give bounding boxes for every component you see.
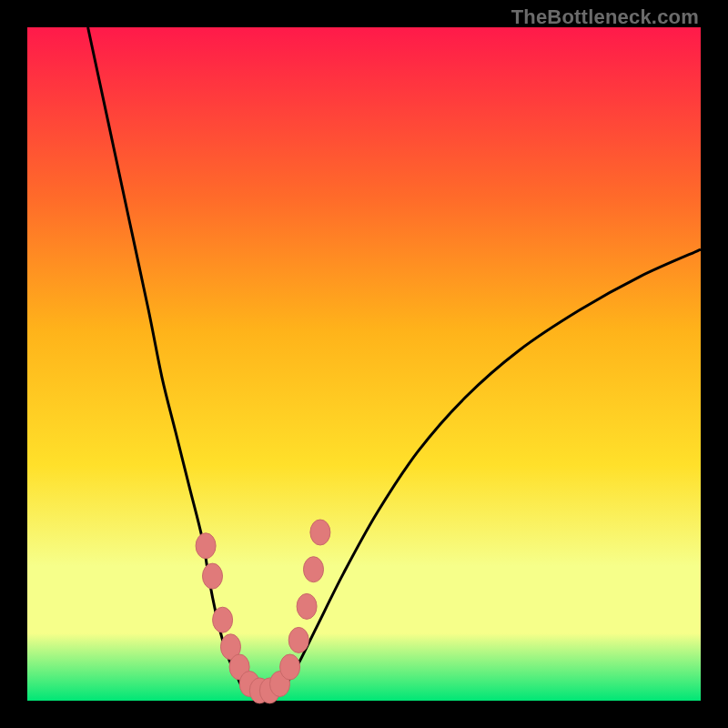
marker-dot: [196, 533, 216, 559]
marker-dot: [280, 654, 300, 680]
marker-dot: [213, 607, 233, 632]
bottleneck-curve: [27, 27, 701, 701]
curve-path: [88, 27, 701, 695]
marker-dot: [288, 627, 308, 652]
marker-dot: [304, 557, 324, 582]
marker-dot: [310, 520, 330, 545]
marker-dot: [203, 563, 223, 589]
marker-dot: [297, 593, 317, 619]
source-watermark: TheBottleneck.com: [511, 5, 699, 29]
plot-area: [27, 27, 701, 701]
curve-markers: [196, 520, 330, 703]
chart-stage: TheBottleneck.com: [0, 0, 728, 728]
